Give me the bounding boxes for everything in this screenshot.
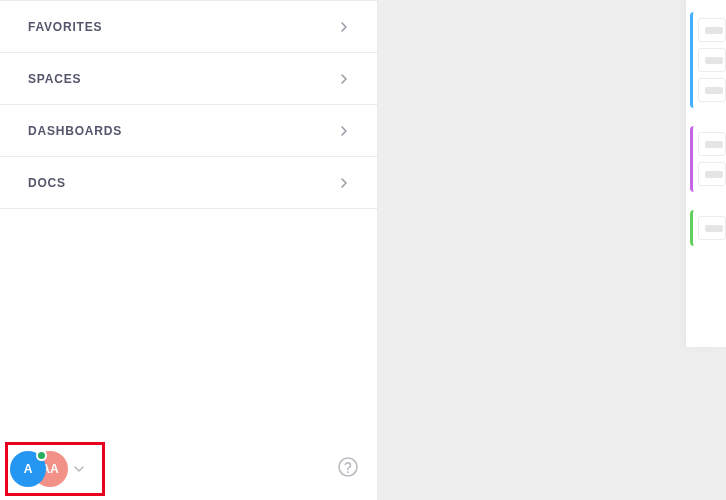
placeholder-line-icon xyxy=(705,87,723,94)
placeholder-line-icon xyxy=(705,27,723,34)
svg-point-0 xyxy=(339,458,357,476)
preview-panel xyxy=(686,0,726,347)
svg-point-1 xyxy=(347,471,349,473)
avatar-group[interactable]: A AA xyxy=(10,451,68,487)
sidebar-item-spaces[interactable]: SPACES xyxy=(0,53,377,105)
main-canvas xyxy=(378,0,726,500)
sidebar-item-docs[interactable]: DOCS xyxy=(0,157,377,209)
sidebar-item-label: DOCS xyxy=(28,176,66,190)
preview-card[interactable] xyxy=(698,48,726,72)
sidebar-item-label: SPACES xyxy=(28,72,81,86)
preview-card[interactable] xyxy=(698,132,726,156)
preview-card[interactable] xyxy=(698,18,726,42)
sidebar-item-label: FAVORITES xyxy=(28,20,102,34)
sidebar-nav: FAVORITES SPACES DASHBOARDS DOCS xyxy=(0,0,377,209)
help-button[interactable] xyxy=(335,456,361,482)
preview-group xyxy=(690,12,726,108)
sidebar: FAVORITES SPACES DASHBOARDS DOCS xyxy=(0,0,378,500)
placeholder-line-icon xyxy=(705,171,723,178)
sidebar-footer: A AA xyxy=(0,438,377,500)
sidebar-item-label: DASHBOARDS xyxy=(28,124,122,138)
presence-indicator-icon xyxy=(36,450,47,461)
chevron-right-icon xyxy=(339,22,349,32)
preview-card[interactable] xyxy=(698,78,726,102)
preview-card[interactable] xyxy=(698,216,726,240)
avatar-initial: A xyxy=(24,462,33,476)
app-root: FAVORITES SPACES DASHBOARDS DOCS xyxy=(0,0,726,500)
help-icon xyxy=(337,456,359,482)
chevron-right-icon xyxy=(339,178,349,188)
chevron-right-icon xyxy=(339,126,349,136)
caret-down-icon[interactable] xyxy=(74,466,84,473)
preview-card[interactable] xyxy=(698,162,726,186)
sidebar-item-favorites[interactable]: FAVORITES xyxy=(0,1,377,53)
sidebar-item-dashboards[interactable]: DASHBOARDS xyxy=(0,105,377,157)
placeholder-line-icon xyxy=(705,141,723,148)
preview-group xyxy=(690,126,726,192)
preview-group xyxy=(690,210,726,246)
placeholder-line-icon xyxy=(705,225,723,232)
chevron-right-icon xyxy=(339,74,349,84)
placeholder-line-icon xyxy=(705,57,723,64)
sidebar-spacer xyxy=(0,209,377,438)
avatar-primary[interactable]: A xyxy=(10,451,46,487)
